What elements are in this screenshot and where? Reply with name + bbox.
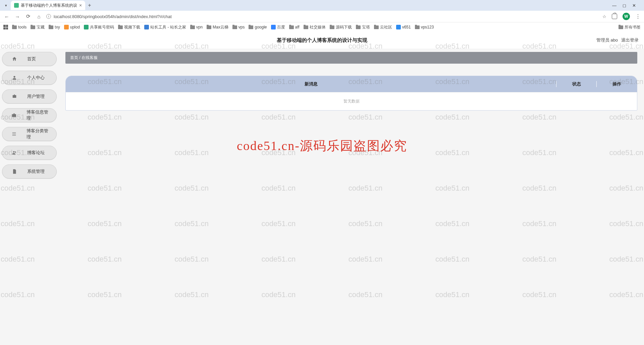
sidebar-item-briefcase[interactable]: 博客信息管理 [2, 108, 57, 122]
site-icon [271, 25, 276, 29]
message-table: 新消息 状态 操作 暂无数据 [65, 76, 637, 111]
folder-icon [374, 25, 379, 29]
table-header: 新消息 状态 操作 [66, 76, 637, 92]
svg-point-8 [13, 151, 14, 152]
svg-rect-7 [12, 135, 16, 135]
bookmark-star-icon[interactable]: ☆ [602, 14, 606, 19]
folder-icon [415, 25, 420, 29]
person-icon [7, 75, 22, 80]
apps-grid-icon[interactable] [3, 25, 8, 29]
badge-icon [7, 94, 22, 99]
bookmark-item[interactable]: google [249, 25, 267, 29]
folder-icon [289, 25, 294, 29]
tab-bar: ▾ 基于移动端的个人博客系统的设 × + — ◻ ✕ [0, 0, 644, 11]
bookmark-item[interactable]: 百度 [271, 24, 285, 30]
close-window-button[interactable]: ✕ [632, 3, 636, 8]
url-text: localhost:8080/springbootx054h/admin/dis… [54, 14, 172, 19]
bookmark-item[interactable]: 宝藏 [31, 24, 45, 30]
address-bar[interactable]: i localhost:8080/springbootx054h/admin/d… [46, 13, 641, 20]
bookmark-item[interactable]: txy [49, 25, 60, 29]
bookmark-item[interactable]: vps123 [415, 25, 434, 29]
site-info-icon[interactable]: i [46, 14, 51, 19]
site-icon [84, 25, 89, 29]
col-operation: 操作 [597, 81, 637, 87]
folder-icon [304, 25, 308, 29]
sidebar-item-label: 首页 [27, 56, 36, 62]
sidebar-item-list[interactable]: 博客分类管理 [2, 127, 57, 141]
svg-rect-5 [12, 132, 16, 133]
svg-point-9 [15, 151, 16, 152]
svg-rect-1 [13, 95, 16, 98]
browser-menu-icon[interactable]: ⋮ [635, 13, 641, 20]
folder-icon [619, 25, 623, 29]
app-body: 首页个人中心用户管理博客信息管理博客分类管理博客论坛系统管理 首页 / 在线客服… [0, 49, 644, 345]
logout-link[interactable]: 退出登录 [621, 37, 639, 43]
bookmark-item[interactable]: aff [289, 25, 300, 29]
tab-list-dropdown[interactable]: ▾ [3, 2, 9, 9]
sidebar-item-badge[interactable]: 用户管理 [2, 89, 57, 104]
extensions-icon[interactable] [612, 14, 617, 19]
folder-icon [232, 25, 237, 29]
bookmark-item[interactable]: tools [12, 25, 26, 29]
bookmark-item[interactable]: 云社区 [374, 24, 392, 30]
breadcrumb: 首页 / 在线客服 [65, 52, 637, 64]
browser-chrome: ▾ 基于移动端的个人博客系统的设 × + — ◻ ✕ ← → ⟳ ⌂ i loc… [0, 0, 644, 32]
sidebar-item-person[interactable]: 个人中心 [2, 71, 57, 85]
browser-tab[interactable]: 基于移动端的个人博客系统的设 × [11, 1, 85, 10]
svg-rect-6 [12, 134, 16, 134]
folder-icon [31, 25, 35, 29]
bookmark-item[interactable]: 宝塔 [356, 24, 370, 30]
sidebar-item-people[interactable]: 博客论坛 [2, 146, 57, 160]
col-new-message: 新消息 [66, 81, 556, 87]
new-tab-button[interactable]: + [88, 2, 91, 8]
doc-icon [7, 169, 22, 174]
app-header: 基于移动端的个人博客系统的设计与实现 管理员 abo 退出登录 [0, 32, 644, 49]
folder-icon [330, 25, 334, 29]
window-controls: — ◻ ✕ [612, 3, 641, 8]
bookmark-item[interactable]: Max云梯 [207, 24, 228, 30]
home-button[interactable]: ⌂ [36, 14, 42, 19]
breadcrumb-home[interactable]: 首页 [70, 55, 78, 60]
nav-bar: ← → ⟳ ⌂ i localhost:8080/springbootx054h… [0, 11, 644, 22]
folder-icon [49, 25, 53, 29]
people-icon [7, 150, 22, 155]
site-icon [396, 25, 401, 29]
page-title: 基于移动端的个人博客系统的设计与实现 [277, 37, 367, 44]
bookmark-item[interactable]: 共享账号密码 [84, 24, 114, 30]
folder-icon [356, 25, 361, 29]
svg-rect-3 [12, 114, 16, 117]
sidebar-item-doc[interactable]: 系统管理 [2, 164, 57, 179]
svg-point-0 [13, 76, 15, 78]
site-icon [64, 25, 69, 29]
close-tab-icon[interactable]: × [79, 3, 82, 8]
bookmark-item[interactable]: 站长工具 - 站长之家 [144, 24, 186, 30]
bookmark-item[interactable]: v651 [396, 25, 411, 29]
reload-button[interactable]: ⟳ [25, 13, 32, 19]
folder-icon [190, 25, 195, 29]
bookmark-item[interactable]: vpn [190, 25, 203, 29]
bookmarks-bar: tools宝藏txyuplod共享账号密码视频下载站长工具 - 站长之家vpnM… [0, 22, 644, 32]
sidebar-item-label: 博客信息管理 [26, 109, 52, 121]
sidebar-item-label: 用户管理 [27, 93, 45, 99]
all-bookmarks-button[interactable]: 所有书签 [619, 24, 641, 30]
minimize-button[interactable]: — [612, 3, 616, 8]
sidebar-item-home[interactable]: 首页 [2, 52, 57, 66]
bookmark-item[interactable]: uplod [64, 25, 80, 29]
home-icon [7, 56, 22, 62]
tab-title: 基于移动端的个人博客系统的设 [21, 3, 77, 8]
bookmark-item[interactable]: 源码下载 [330, 24, 352, 30]
maximize-button[interactable]: ◻ [623, 3, 626, 8]
empty-state: 暂无数据 [66, 92, 637, 110]
site-icon [144, 25, 149, 29]
all-bookmarks-label: 所有书签 [625, 24, 641, 30]
forward-button[interactable]: → [14, 14, 21, 19]
folder-icon [249, 25, 253, 29]
back-button[interactable]: ← [3, 14, 10, 19]
bookmark-item[interactable]: 社交媒体 [304, 24, 326, 30]
current-user-label: 管理员 abo [596, 37, 618, 43]
profile-avatar[interactable]: W [623, 13, 630, 20]
bookmark-item[interactable]: vps [232, 25, 245, 29]
col-status: 状态 [556, 81, 597, 87]
bookmark-item[interactable]: 视频下载 [118, 24, 140, 30]
briefcase-icon [7, 113, 21, 118]
